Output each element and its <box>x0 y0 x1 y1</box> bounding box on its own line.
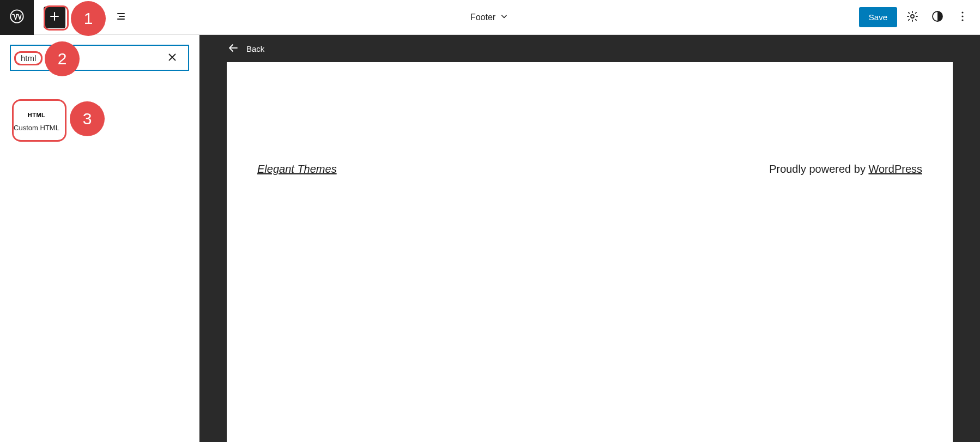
editor-canvas: Back Elegant Themes Proudly powered by W… <box>199 35 980 442</box>
list-view-icon <box>114 10 128 25</box>
footer-block[interactable]: Elegant Themes Proudly powered by WordPr… <box>257 163 922 175</box>
redo-icon <box>82 10 95 25</box>
page-preview[interactable]: Elegant Themes Proudly powered by WordPr… <box>227 62 953 442</box>
kebab-icon <box>956 10 969 25</box>
document-title-dropdown[interactable]: Footer <box>470 11 510 24</box>
clear-search-button[interactable] <box>163 51 182 65</box>
close-icon <box>166 51 178 65</box>
svg-point-1 <box>911 15 914 18</box>
footer-credit-prefix: Proudly powered by <box>769 163 868 175</box>
save-button[interactable]: Save <box>859 7 897 27</box>
plus-icon <box>48 10 61 25</box>
footer-wordpress-link[interactable]: WordPress <box>868 163 922 175</box>
styles-button[interactable] <box>928 8 947 27</box>
footer-credit: Proudly powered by WordPress <box>769 163 922 175</box>
html-block-icon: HTML <box>28 112 46 118</box>
document-overview-button[interactable] <box>111 8 131 27</box>
redo-button[interactable] <box>78 8 98 27</box>
add-block-button[interactable] <box>44 7 65 28</box>
document-title: Footer <box>470 13 495 22</box>
block-item-custom-html[interactable]: HTML Custom HTML <box>10 100 63 143</box>
chevron-down-icon <box>499 11 510 24</box>
svg-point-4 <box>961 15 963 17</box>
gear-icon <box>906 10 919 25</box>
svg-point-5 <box>961 19 963 21</box>
back-label: Back <box>246 44 264 53</box>
toolbar-right-group: Save <box>859 7 980 27</box>
settings-button[interactable] <box>903 8 922 27</box>
contrast-icon <box>931 10 944 25</box>
block-inserter-panel: HTML Custom HTML 2 3 <box>0 35 199 442</box>
toolbar-left-group <box>34 7 131 28</box>
svg-point-3 <box>961 11 963 13</box>
wordpress-logo-icon <box>9 9 25 26</box>
block-search-input[interactable] <box>17 51 163 65</box>
block-search-wrap <box>10 45 189 71</box>
block-item-label: Custom HTML <box>14 124 59 132</box>
more-options-button[interactable] <box>953 8 972 27</box>
footer-site-title[interactable]: Elegant Themes <box>257 163 337 175</box>
arrow-left-icon <box>227 41 240 56</box>
editor-topbar: Footer Save <box>0 0 980 35</box>
wordpress-logo-button[interactable] <box>0 0 34 35</box>
back-button[interactable]: Back <box>227 35 953 62</box>
